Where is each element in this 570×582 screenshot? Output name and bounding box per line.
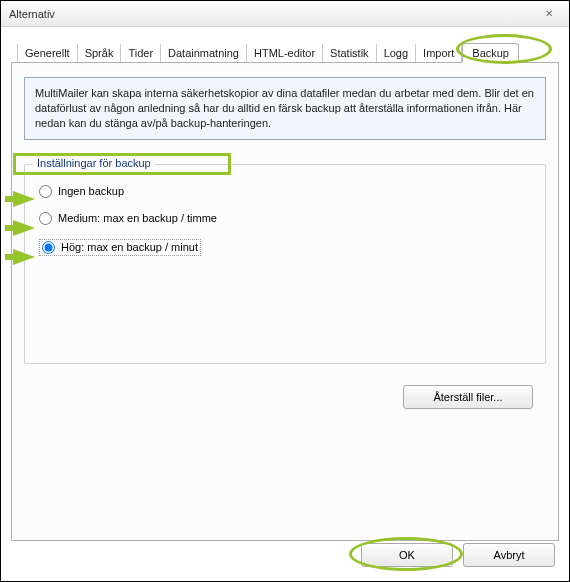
backup-settings-group: Inställningar för backup Ingen backup Me…	[24, 164, 546, 364]
radio-label-high: Hög: max en backup / minut	[61, 241, 198, 253]
cancel-button[interactable]: Avbryt	[463, 543, 555, 567]
dialog-button-row: OK Avbryt	[361, 543, 555, 567]
tab-sprak[interactable]: Språk	[78, 44, 122, 62]
radio-label-medium: Medium: max en backup / timme	[58, 212, 217, 224]
tab-statistik[interactable]: Statistik	[323, 44, 377, 62]
tab-backup[interactable]: Backup	[462, 43, 519, 63]
tab-tider[interactable]: Tider	[121, 44, 161, 62]
info-box: MultiMailer kan skapa interna säkerhetsk…	[24, 77, 546, 140]
radio-none[interactable]	[39, 185, 52, 198]
group-legend: Inställningar för backup	[33, 157, 155, 169]
titlebar: Alternativ ✕	[1, 1, 569, 27]
radio-row-none[interactable]: Ingen backup	[39, 185, 531, 198]
dialog-content: Generellt Språk Tider Datainmatning HTML…	[1, 27, 569, 581]
radio-high[interactable]	[42, 241, 55, 254]
radio-row-high[interactable]: Hög: max en backup / minut	[39, 239, 201, 256]
ok-button[interactable]: OK	[361, 543, 453, 567]
tab-page-backup: MultiMailer kan skapa interna säkerhetsk…	[11, 63, 559, 541]
window-title: Alternativ	[9, 8, 55, 20]
tab-generellt[interactable]: Generellt	[17, 44, 78, 62]
tab-logg[interactable]: Logg	[377, 44, 416, 62]
restore-files-button[interactable]: Återställ filer...	[403, 385, 533, 409]
radio-label-none: Ingen backup	[58, 185, 124, 197]
radio-row-medium[interactable]: Medium: max en backup / timme	[39, 212, 531, 225]
radio-medium[interactable]	[39, 212, 52, 225]
tab-strip: Generellt Språk Tider Datainmatning HTML…	[11, 39, 559, 63]
tab-datainmatning[interactable]: Datainmatning	[161, 44, 247, 62]
tab-import[interactable]: Import	[416, 44, 462, 62]
tab-html-editor[interactable]: HTML-editor	[247, 44, 323, 62]
close-icon[interactable]: ✕	[537, 6, 561, 22]
